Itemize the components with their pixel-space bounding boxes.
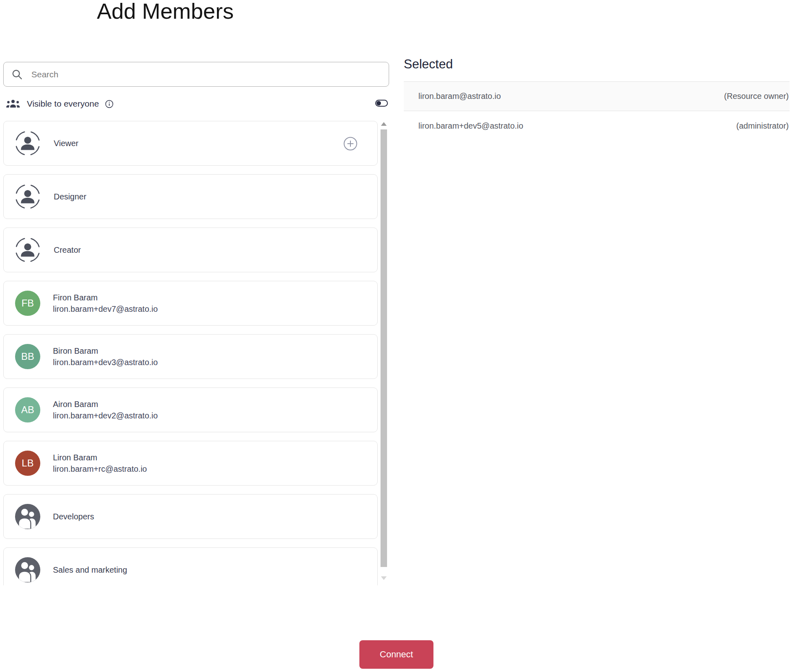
group-icon: [15, 557, 40, 582]
list-item-group[interactable]: Developers: [3, 494, 378, 539]
user-name: Firon Baram: [53, 292, 158, 303]
visibility-row: Visible to everyone: [3, 97, 389, 111]
role-person-icon: [14, 183, 41, 210]
selected-email: liron.baram@astrato.io: [418, 92, 501, 101]
members-list: Viewer Designer Creator FB Firon Baram l…: [3, 119, 389, 585]
page-title: Add Members: [97, 0, 234, 24]
groups-icon: [6, 98, 20, 110]
user-name: Biron Baram: [53, 345, 158, 357]
selected-row: liron.baram+dev5@astrato.io (administrat…: [404, 111, 790, 140]
scroll-up-arrow-icon[interactable]: [381, 122, 387, 126]
visibility-toggle[interactable]: [375, 100, 388, 107]
list-item-group[interactable]: Sales and marketing: [3, 547, 378, 585]
list-item-creator[interactable]: Creator: [3, 228, 378, 272]
list-item-designer[interactable]: Designer: [3, 174, 378, 219]
selected-role: (Resource owner): [724, 92, 789, 101]
scrollbar-thumb[interactable]: [381, 129, 387, 567]
user-email: liron.baram+dev2@astrato.io: [53, 410, 158, 421]
list-item-viewer[interactable]: Viewer: [3, 121, 378, 166]
list-item-user[interactable]: LB Liron Baram liron.baram+rc@astrato.io: [3, 441, 378, 486]
search-box[interactable]: [3, 62, 389, 87]
group-label: Sales and marketing: [53, 565, 127, 575]
search-input[interactable]: [31, 70, 381, 79]
avatar: LB: [15, 451, 40, 476]
user-email: liron.baram+rc@astrato.io: [53, 463, 147, 475]
avatar: BB: [15, 344, 40, 369]
group-label: Developers: [53, 512, 94, 521]
selected-heading: Selected: [404, 57, 790, 72]
role-person-icon: [14, 236, 41, 263]
visibility-label: Visible to everyone: [27, 99, 99, 109]
selected-panel: Selected liron.baram@astrato.io (Resourc…: [404, 57, 790, 140]
add-plus-icon[interactable]: [344, 137, 357, 151]
role-label: Creator: [54, 245, 81, 255]
selected-list: liron.baram@astrato.io (Resource owner) …: [404, 81, 790, 140]
user-email: liron.baram+dev3@astrato.io: [53, 357, 158, 368]
user-name: Liron Baram: [53, 452, 147, 463]
connect-button[interactable]: Connect: [359, 640, 433, 669]
selected-role: (administrator): [736, 121, 789, 131]
list-item-user[interactable]: BB Biron Baram liron.baram+dev3@astrato.…: [3, 334, 378, 379]
info-icon[interactable]: [105, 99, 114, 109]
add-members-dialog: Add Members Visible to everyone: [0, 0, 803, 672]
list-scrollbar[interactable]: [380, 119, 387, 585]
avatar: AB: [15, 397, 40, 422]
list-item-user[interactable]: FB Firon Baram liron.baram+dev7@astrato.…: [3, 281, 378, 326]
scroll-down-arrow-icon[interactable]: [381, 576, 387, 580]
group-icon: [15, 504, 40, 529]
user-name: Airon Baram: [53, 398, 158, 410]
toggle-knob: [376, 101, 381, 105]
selected-email: liron.baram+dev5@astrato.io: [418, 121, 523, 131]
role-label: Designer: [54, 192, 86, 201]
list-item-user[interactable]: AB Airon Baram liron.baram+dev2@astrato.…: [3, 387, 378, 432]
role-label: Viewer: [54, 139, 79, 148]
user-email: liron.baram+dev7@astrato.io: [53, 303, 158, 315]
search-icon: [11, 68, 23, 81]
selected-row: liron.baram@astrato.io (Resource owner): [404, 82, 790, 111]
role-person-icon: [14, 130, 41, 157]
avatar: FB: [15, 291, 40, 316]
